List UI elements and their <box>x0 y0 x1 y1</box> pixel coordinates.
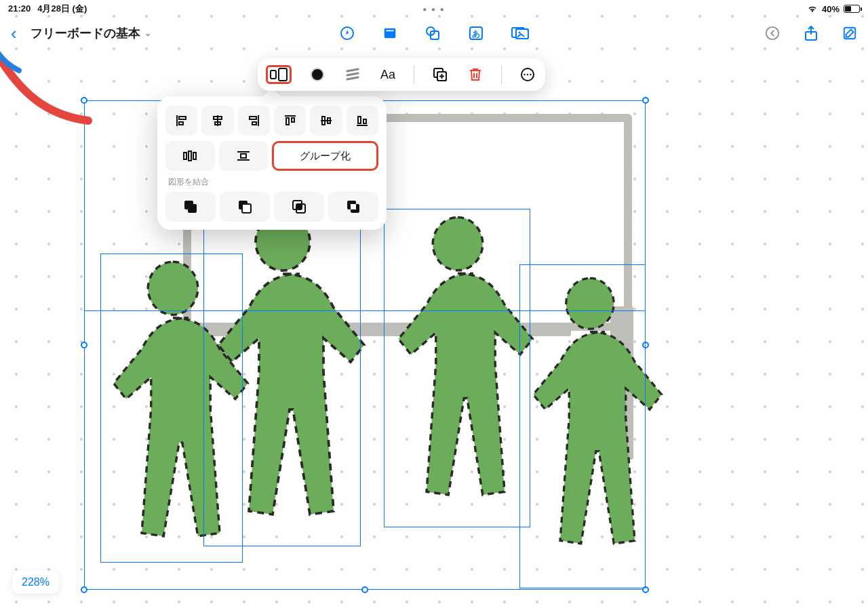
svg-rect-36 <box>363 119 366 123</box>
clock: 21:20 <box>8 3 31 14</box>
distribute-v-button[interactable] <box>219 141 269 171</box>
text-tool[interactable]: あ <box>468 25 484 41</box>
svg-rect-31 <box>286 118 289 125</box>
text-style-button[interactable]: Aa <box>378 65 397 84</box>
svg-rect-1 <box>384 28 396 39</box>
wifi-icon <box>807 5 818 13</box>
pen-tool[interactable] <box>339 25 355 41</box>
svg-rect-39 <box>193 153 196 159</box>
battery-percent: 40% <box>822 4 840 14</box>
sticky-note-tool[interactable] <box>382 26 397 41</box>
fill-button[interactable] <box>308 65 327 84</box>
resize-handle[interactable] <box>361 586 368 593</box>
stroke-blue <box>0 50 23 77</box>
compose-button[interactable] <box>842 26 857 41</box>
align-vcenter-button[interactable] <box>310 106 342 136</box>
more-button[interactable] <box>518 65 537 84</box>
object-selection[interactable] <box>384 209 530 527</box>
combine-intersect-button[interactable] <box>274 192 324 222</box>
stroke-button[interactable] <box>343 65 362 84</box>
duplicate-button[interactable] <box>431 65 450 84</box>
share-button[interactable] <box>804 25 818 41</box>
object-selection[interactable] <box>203 207 361 546</box>
svg-rect-40 <box>241 154 246 158</box>
arrange-popover: グループ化 図形を結合 <box>157 96 387 230</box>
svg-rect-38 <box>189 151 191 161</box>
svg-point-22 <box>524 74 525 75</box>
battery-icon <box>844 5 860 13</box>
main-toolbar: あ <box>339 18 529 49</box>
svg-point-10 <box>519 32 521 34</box>
undo-button[interactable] <box>765 26 780 41</box>
svg-rect-44 <box>242 204 251 213</box>
combine-exclude-button[interactable] <box>328 192 378 222</box>
align-bottom-button[interactable] <box>347 106 378 136</box>
chevron-down-icon: ⌄ <box>144 28 151 38</box>
svg-rect-32 <box>292 118 294 122</box>
svg-rect-25 <box>179 117 186 119</box>
svg-rect-15 <box>279 68 287 81</box>
resize-handle[interactable] <box>81 342 87 348</box>
status-bar: 21:204月28日 (金) ● ● ● 40% <box>0 0 868 18</box>
document-title[interactable]: フリーボードの基本 ⌄ <box>31 25 151 41</box>
svg-point-11 <box>766 27 778 39</box>
media-tool[interactable] <box>511 26 529 41</box>
align-left-button[interactable] <box>165 106 197 136</box>
svg-point-24 <box>530 74 531 75</box>
svg-rect-50 <box>351 204 356 209</box>
combine-subtract-button[interactable] <box>220 192 270 222</box>
selection-toolbar: Aa <box>258 58 545 91</box>
svg-text:あ: あ <box>472 29 480 39</box>
group-button[interactable]: グループ化 <box>272 141 378 171</box>
multitask-dots[interactable]: ● ● ● <box>422 5 446 13</box>
distribute-h-button[interactable] <box>165 141 215 171</box>
svg-rect-47 <box>296 204 302 209</box>
svg-rect-29 <box>250 117 256 119</box>
title-bar: ‹ フリーボードの基本 ⌄ あ <box>0 18 868 49</box>
align-hcenter-button[interactable] <box>201 106 233 136</box>
separator <box>414 65 414 84</box>
svg-rect-30 <box>252 122 256 125</box>
svg-rect-14 <box>271 70 276 79</box>
zoom-indicator[interactable]: 228% <box>12 571 59 594</box>
separator <box>501 65 502 84</box>
shape-tool[interactable] <box>425 25 441 41</box>
align-right-button[interactable] <box>238 106 270 136</box>
date: 4月28日 (金) <box>37 3 87 14</box>
resize-handle[interactable] <box>642 97 649 104</box>
align-top-button[interactable] <box>274 106 306 136</box>
svg-rect-26 <box>179 122 183 125</box>
canvas[interactable]: ークショップ <box>0 0 868 606</box>
align-guide <box>84 310 646 315</box>
delete-button[interactable] <box>466 65 485 84</box>
svg-rect-2 <box>387 30 394 31</box>
svg-rect-42 <box>188 204 197 213</box>
right-toolbar <box>765 18 857 49</box>
combine-section-label: 図形を結合 <box>168 176 376 188</box>
resize-handle[interactable] <box>81 586 87 593</box>
back-button[interactable]: ‹ <box>11 23 17 44</box>
combine-union-button[interactable] <box>165 192 216 222</box>
svg-rect-37 <box>184 153 186 159</box>
svg-point-23 <box>527 74 528 75</box>
svg-rect-35 <box>358 117 361 123</box>
arrange-button[interactable] <box>266 65 292 84</box>
